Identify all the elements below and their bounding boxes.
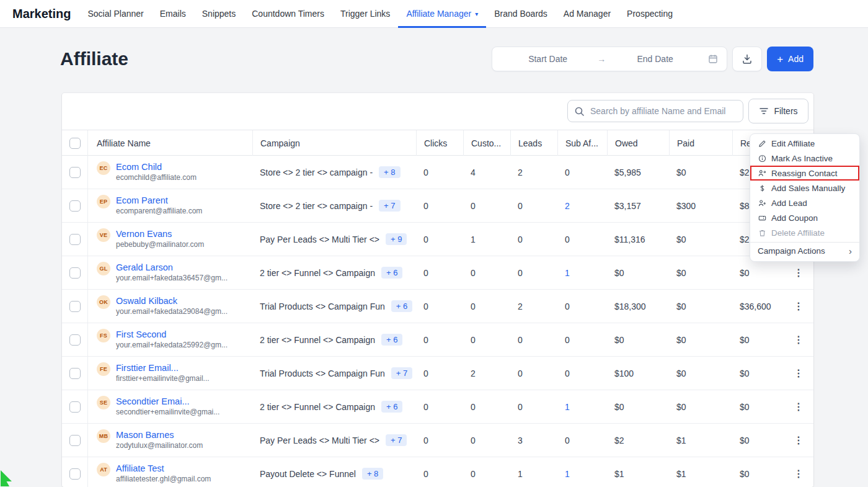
row-checkbox[interactable]: [69, 368, 81, 379]
context-menu-item[interactable]: Add Lead ›: [750, 195, 859, 210]
nav-item[interactable]: Countdown Timers ▾: [244, 0, 332, 28]
campaign-count-badge[interactable]: + 8: [362, 468, 383, 480]
row-actions-kebab-icon[interactable]: ⋮: [790, 366, 807, 380]
date-range-picker[interactable]: Start Date → End Date: [492, 47, 727, 71]
context-menu-item[interactable]: Mark As Inactive ›: [750, 151, 859, 166]
sub-affiliates-value[interactable]: 1: [557, 256, 607, 289]
affiliate-name-link[interactable]: Firsttier Email...: [116, 363, 210, 373]
row-actions-kebab-icon[interactable]: ⋮: [790, 400, 807, 414]
nav-item[interactable]: Affiliate Manager ▾: [398, 0, 486, 28]
nav-menu: Social Planner ▾ Emails ▾ Snippets ▾ Cou…: [79, 0, 681, 28]
context-menu-item[interactable]: Campaign Actions ›: [750, 242, 859, 259]
campaign-count-badge[interactable]: + 8: [379, 166, 400, 178]
leads-value: 0: [510, 256, 557, 289]
revenue-value: $36,600: [740, 302, 771, 311]
affiliate-name-link[interactable]: Mason Barnes: [116, 430, 203, 440]
column-header-paid: Paid: [669, 130, 732, 156]
row-actions-context-menu: Edit Affiliate › Mark As Inactive › Reas…: [750, 133, 860, 262]
paid-value: $0: [669, 357, 732, 390]
revenue-value: $8: [740, 201, 750, 211]
campaign-name: Store <> 2 tier <> campaign -: [260, 168, 373, 177]
row-checkbox[interactable]: [69, 435, 81, 446]
affiliate-name-block: Gerald Larson your.email+fakedata36457@g…: [116, 262, 228, 283]
row-actions-kebab-icon[interactable]: ⋮: [790, 433, 807, 447]
sub-affiliates-value[interactable]: 1: [557, 390, 607, 423]
row-checkbox[interactable]: [69, 267, 81, 279]
chevron-right-icon: ›: [849, 246, 852, 256]
affiliate-name-link[interactable]: Gerald Larson: [116, 262, 228, 273]
coupon-icon: [758, 214, 766, 222]
row-checkbox-cell: [62, 357, 87, 390]
nav-item[interactable]: Prospecting ▾: [619, 0, 681, 28]
nav-item[interactable]: Trigger Links ▾: [332, 0, 398, 28]
affiliate-name-link[interactable]: Ecom Child: [116, 162, 197, 172]
affiliate-name-link[interactable]: Oswald Kilback: [116, 296, 228, 306]
clicks-value: 0: [416, 189, 463, 222]
campaign-count-badge[interactable]: + 6: [381, 401, 402, 413]
row-actions-kebab-icon[interactable]: ⋮: [790, 299, 807, 313]
row-checkbox[interactable]: [69, 301, 81, 312]
campaign-count-badge[interactable]: + 9: [386, 233, 407, 245]
owed-value: $11,316: [607, 223, 669, 256]
row-actions-kebab-icon[interactable]: ⋮: [790, 266, 807, 280]
avatar: VE: [97, 228, 110, 242]
row-checkbox[interactable]: [69, 200, 81, 212]
campaign-count-badge[interactable]: + 7: [391, 367, 412, 379]
nav-item[interactable]: Social Planner ▾: [79, 0, 151, 28]
table-row: OK Oswald Kilback your.email+fakedata290…: [62, 290, 813, 323]
row-actions-kebab-icon[interactable]: ⋮: [790, 333, 807, 347]
campaign-name: Payout Delete <> Funnel: [260, 469, 356, 479]
sub-affiliates-value: 0: [557, 223, 607, 256]
start-date-field[interactable]: Start Date: [501, 54, 595, 64]
add-affiliate-button[interactable]: + Add: [767, 47, 813, 71]
filters-button[interactable]: Filters: [748, 99, 808, 123]
campaign-count-badge[interactable]: + 6: [381, 267, 402, 279]
end-date-field[interactable]: End Date: [608, 54, 702, 64]
table-row: EC Ecom Child ecomchild@affiliate.com St…: [62, 156, 813, 189]
context-menu-item[interactable]: Add Coupon ›: [750, 210, 859, 225]
pencil-icon: [758, 140, 766, 148]
affiliate-name-block: Secondtier Emai... secondtier+emailinvit…: [116, 396, 219, 417]
affiliate-email: affiliatetester.ghl@gmail.com: [116, 475, 211, 484]
campaign-count-badge[interactable]: + 7: [379, 200, 400, 212]
export-download-button[interactable]: [732, 47, 762, 71]
affiliate-name-link[interactable]: Affiliate Test: [116, 463, 211, 474]
row-checkbox-cell: [62, 256, 87, 289]
affiliate-name-link[interactable]: First Second: [116, 329, 228, 340]
owed-value: $100: [607, 357, 669, 390]
paid-value: $0: [669, 256, 732, 289]
sub-affiliates-value[interactable]: 1: [557, 457, 607, 487]
search-input[interactable]: [567, 100, 743, 122]
row-checkbox-cell: [62, 457, 87, 487]
row-checkbox[interactable]: [69, 234, 81, 245]
nav-item[interactable]: Ad Manager ▾: [556, 0, 619, 28]
campaign-count-badge[interactable]: + 6: [381, 334, 402, 346]
download-icon: [742, 53, 753, 65]
context-menu-item[interactable]: Reassign Contact ›: [750, 166, 859, 181]
row-actions-kebab-icon[interactable]: ⋮: [790, 467, 807, 481]
nav-item[interactable]: Snippets ▾: [194, 0, 244, 28]
paid-value: $0: [669, 223, 732, 256]
affiliate-name-cell: AT Affiliate Test affiliatetester.ghl@gm…: [87, 457, 252, 487]
nav-item[interactable]: Brand Boards ▾: [486, 0, 556, 28]
campaign-count-badge[interactable]: + 6: [391, 300, 412, 312]
row-checkbox[interactable]: [69, 468, 81, 480]
affiliate-name-link[interactable]: Ecom Parent: [116, 195, 202, 206]
customers-value: 0: [463, 290, 510, 323]
nav-item[interactable]: Emails ▾: [152, 0, 194, 28]
row-checkbox[interactable]: [69, 401, 81, 413]
filters-button-label: Filters: [774, 106, 797, 116]
row-checkbox[interactable]: [69, 334, 81, 346]
row-checkbox-cell: [62, 156, 87, 189]
row-checkbox[interactable]: [69, 167, 81, 178]
context-menu-item[interactable]: Add Sales Manually ›: [750, 181, 859, 195]
select-all-checkbox[interactable]: [69, 138, 81, 149]
campaign-count-badge[interactable]: + 7: [386, 434, 407, 446]
customers-value: 0: [463, 457, 510, 487]
context-menu-item[interactable]: Edit Affiliate ›: [750, 136, 859, 151]
affiliate-name-link[interactable]: Secondtier Emai...: [116, 396, 219, 407]
affiliate-name-link[interactable]: Vernon Evans: [116, 229, 204, 239]
campaign-name: Trial Products <> Campaign Fun: [260, 369, 385, 378]
sub-affiliates-value[interactable]: 2: [557, 189, 607, 222]
row-checkbox-cell: [62, 189, 87, 222]
